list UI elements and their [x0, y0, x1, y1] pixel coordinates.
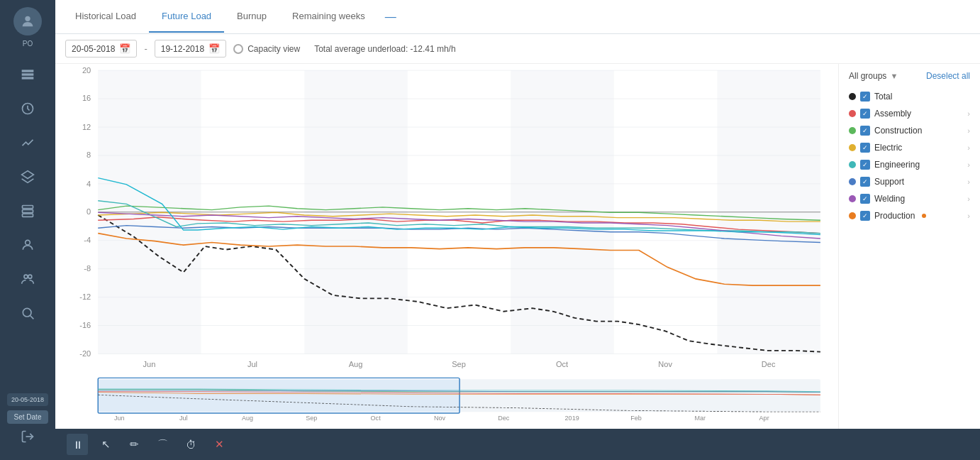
legend-label-support: Support: [874, 177, 904, 187]
deselect-all-button[interactable]: Deselect all: [926, 71, 970, 81]
svg-text:Feb: Feb: [630, 415, 642, 422]
svg-text:Jul: Jul: [179, 415, 188, 422]
legend-checkbox-welding[interactable]: [860, 194, 870, 204]
legend-item-support[interactable]: Support ›: [849, 173, 970, 190]
legend-arrow-welding: ›: [967, 195, 970, 203]
date-from-input[interactable]: 20-05-2018 📅: [65, 40, 137, 58]
svg-text:8: 8: [87, 151, 91, 159]
svg-text:Aug: Aug: [242, 415, 253, 422]
svg-text:-4: -4: [84, 236, 91, 244]
tab-remaining-weeks[interactable]: Remaining weeks: [279, 1, 378, 33]
svg-text:Sep: Sep: [306, 415, 317, 422]
svg-rect-8: [23, 214, 33, 217]
svg-text:Oct: Oct: [556, 360, 568, 368]
svg-text:Apr: Apr: [759, 415, 769, 422]
nav-icon-stack[interactable]: [12, 195, 43, 226]
pencil-button[interactable]: ✏: [123, 434, 145, 455]
legend-label-welding: Welding: [874, 194, 905, 204]
nav-icon-group[interactable]: [12, 263, 43, 295]
legend-arrow-construction: ›: [967, 126, 970, 135]
svg-text:Jun: Jun: [143, 360, 156, 368]
legend-dot-construction: [849, 127, 856, 134]
date-to-input[interactable]: 19-12-2018 📅: [155, 40, 226, 58]
svg-text:2019: 2019: [565, 415, 579, 422]
main-content: Historical Load Future Load Burnup Remai…: [55, 0, 980, 460]
date-separator: -: [144, 43, 147, 54]
calendar-to-icon: 📅: [208, 43, 220, 54]
set-date-button[interactable]: Set Date: [7, 410, 49, 424]
legend-item-electric[interactable]: Electric ›: [849, 139, 970, 156]
svg-point-12: [23, 308, 31, 317]
logout-icon[interactable]: [21, 429, 35, 446]
svg-rect-2: [23, 74, 33, 75]
nav-icon-layers[interactable]: [12, 161, 43, 192]
legend-item-total[interactable]: Total: [849, 88, 970, 105]
nav-icon-search[interactable]: [12, 297, 43, 329]
legend-dot-electric: [849, 144, 856, 151]
bottom-toolbar: ⏸ ↖ ✏ ⌒ ⏱ ✕: [55, 429, 980, 460]
chart-area: 20 16 12 8 4 0 -4 -8 -12 -16 -20 Jun Jul…: [55, 64, 980, 429]
tab-historical-load[interactable]: Historical Load: [62, 1, 149, 33]
svg-text:Dec: Dec: [498, 415, 510, 422]
pause-button[interactable]: ⏸: [67, 434, 88, 455]
svg-text:16: 16: [82, 94, 91, 102]
svg-point-9: [26, 240, 30, 245]
svg-text:Aug: Aug: [349, 360, 363, 368]
legend-label-assembly: Assembly: [874, 109, 911, 119]
legend-checkbox-total[interactable]: [860, 92, 870, 102]
nav-icon-list[interactable]: [12, 59, 43, 90]
svg-text:0: 0: [87, 207, 91, 215]
legend-item-construction[interactable]: Construction ›: [849, 122, 970, 139]
tab-burnup[interactable]: Burnup: [224, 1, 279, 33]
svg-rect-53: [98, 379, 460, 412]
timer-button[interactable]: ⏱: [180, 434, 201, 455]
nav-icon-chart[interactable]: [12, 127, 43, 158]
legend-item-production[interactable]: Production ›: [849, 207, 970, 224]
legend-label-engineering: Engineering: [874, 160, 920, 170]
svg-text:Mar: Mar: [695, 415, 706, 422]
production-sub-dot: [922, 214, 926, 218]
capacity-radio[interactable]: [233, 44, 243, 54]
legend-arrow-electric: ›: [967, 143, 970, 152]
legend-panel: All groups ▼ Deselect all Total Assemb: [838, 64, 980, 429]
legend-checkbox-assembly[interactable]: [860, 109, 870, 119]
date-to-value: 19-12-2018: [161, 44, 204, 54]
svg-rect-6: [23, 206, 33, 209]
arrow-tool-button[interactable]: ↖: [95, 434, 116, 455]
svg-point-10: [24, 275, 28, 278]
legend-item-engineering[interactable]: Engineering ›: [849, 156, 970, 173]
svg-text:Dec: Dec: [762, 360, 776, 368]
legend-checkbox-electric[interactable]: [860, 143, 870, 153]
legend-dot-support: [849, 178, 856, 185]
legend-checkbox-support[interactable]: [860, 177, 870, 187]
nav-icon-gauge[interactable]: [12, 93, 43, 124]
svg-text:Nov: Nov: [658, 360, 672, 368]
svg-text:4: 4: [87, 180, 91, 187]
svg-text:-16: -16: [79, 321, 91, 329]
legend-item-assembly[interactable]: Assembly ›: [849, 105, 970, 122]
sidebar: PO 20-05-2018 Set Date: [0, 0, 55, 460]
all-groups-label: All groups ▼: [849, 71, 898, 81]
legend-checkbox-production[interactable]: [860, 211, 870, 221]
tab-future-load[interactable]: Future Load: [149, 1, 224, 33]
legend-label-production: Production: [874, 211, 915, 221]
brush-button[interactable]: ⌒: [152, 434, 173, 455]
capacity-view-toggle[interactable]: Capacity view: [233, 44, 300, 54]
legend-checkbox-engineering[interactable]: [860, 160, 870, 170]
legend-checkbox-construction[interactable]: [860, 126, 870, 136]
svg-marker-5: [22, 171, 34, 179]
svg-text:Oct: Oct: [371, 415, 382, 422]
close-button[interactable]: ✕: [208, 434, 230, 455]
legend-item-welding[interactable]: Welding ›: [849, 190, 970, 207]
sidebar-date: 20-05-2018: [7, 393, 48, 406]
all-groups-text: All groups: [849, 71, 886, 81]
total-avg-label: Total average underload: -12.41 mh/h: [314, 44, 455, 54]
main-chart-svg: 20 16 12 8 4 0 -4 -8 -12 -16 -20 Jun Jul…: [55, 64, 838, 429]
legend-dot-total: [849, 93, 856, 100]
capacity-view-label: Capacity view: [247, 44, 300, 54]
tab-more[interactable]: —: [378, 5, 403, 29]
svg-text:-20: -20: [79, 350, 91, 358]
nav-icon-user[interactable]: [12, 229, 43, 261]
legend-arrow-assembly: ›: [967, 109, 970, 118]
svg-text:-12: -12: [79, 293, 91, 301]
